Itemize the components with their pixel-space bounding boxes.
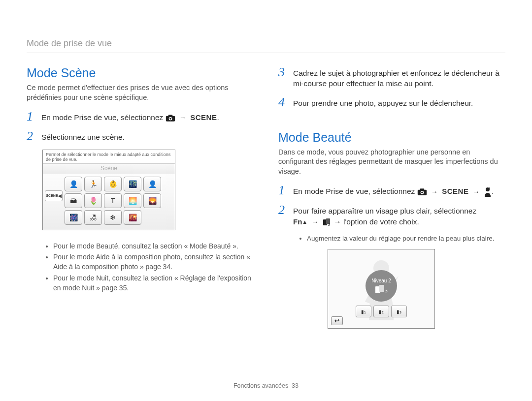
period: .	[217, 113, 219, 122]
scene-mode-title: Mode Scène	[27, 66, 254, 80]
svg-point-3	[169, 118, 171, 120]
camera-icon	[417, 188, 427, 196]
note-item: Augmentez la valeur du réglage pour rend…	[307, 234, 505, 244]
svg-rect-1	[168, 115, 172, 117]
breadcrumb: Mode de prise de vue	[27, 38, 505, 49]
step-number: 3	[278, 66, 288, 79]
scene-selector-screenshot: Permet de sélectionner le mode le mieux …	[42, 150, 175, 230]
svg-rect-5	[420, 189, 424, 191]
svg-point-7	[421, 192, 423, 194]
arrow-icon: →	[431, 188, 438, 196]
scene-tab-button[interactable]: SCENE◀	[45, 190, 63, 201]
svg-text:2: 2	[328, 223, 330, 226]
scene-step-3: 3 Cadrez le sujet à photographier et enf…	[278, 66, 505, 89]
section-divider	[27, 53, 505, 53]
scene-option[interactable]: T	[104, 193, 122, 208]
scene-mode-intro: Ce mode permet d'effectuer des prises de…	[27, 83, 254, 102]
scene-option[interactable]: 👤	[65, 177, 82, 191]
step-number: 2	[278, 204, 288, 216]
scene-icon-grid: 👤 🏃 👶 🌃 👤 🏔 🌷 T 🌅 🌄 🎆 🏖 ❄ 🌇	[65, 177, 171, 225]
step-text: Sélectionnez une scène.	[41, 130, 125, 142]
step-number: 1	[278, 184, 288, 197]
step-number: 4	[278, 96, 288, 109]
scene-option[interactable]: 🏖	[84, 210, 102, 225]
step-text: Pour prendre une photo, appuyez sur le d…	[293, 96, 473, 108]
step-text: Cadrez le sujet à photographier et enfon…	[293, 66, 505, 89]
scene-option[interactable]: 🌷	[84, 193, 102, 208]
level-label: Niveau 2	[371, 278, 391, 283]
level-option-2[interactable]: ▮₂	[373, 306, 389, 317]
scene-option[interactable]: 🏔	[65, 193, 82, 208]
left-column: Mode Scène Ce mode permet d'effectuer de…	[27, 66, 254, 329]
scene-notes-list: Pour le mode Beauté, consultez la sectio…	[46, 241, 254, 293]
page-footer: Fonctions avancées 33	[0, 382, 532, 389]
scene-hint-text: Permet de sélectionner le mode le mieux …	[43, 150, 175, 164]
scene-header-label: Scène	[43, 164, 175, 174]
svg-text:2: 2	[385, 289, 388, 294]
step-text: Pour faire apparaître un visage plus cla…	[293, 207, 476, 215]
beauty-sub-notes: Augmentez la valeur du réglage pour rend…	[300, 234, 505, 244]
step-number: 1	[27, 110, 36, 123]
scene-option[interactable]: 👤	[143, 177, 161, 191]
step-text-tail: → l'option de votre choix.	[333, 217, 419, 226]
scene-option[interactable]: 👶	[104, 177, 122, 191]
level-option-1[interactable]: ▮₁	[356, 306, 371, 317]
person-retouch-icon	[484, 187, 492, 197]
beauty-level-screenshot: Niveau 2 2 ▮₁ ▮₂ ▮₃ ↩	[328, 249, 435, 329]
scene-option[interactable]: 🎆	[65, 210, 82, 225]
level-option-3[interactable]: ▮₃	[391, 306, 407, 317]
arrow-icon: →	[312, 218, 319, 226]
scene-step-1: 1 En mode Prise de vue, sélectionnez → S…	[27, 110, 254, 123]
scene-option[interactable]: ❄	[104, 210, 122, 225]
scene-option[interactable]: 🌄	[143, 193, 161, 208]
scene-step-4: 4 Pour prendre une photo, appuyez sur le…	[278, 96, 505, 109]
step-text: En mode Prise de vue, sélectionnez	[41, 113, 163, 122]
footer-section: Fonctions avancées	[233, 382, 288, 389]
back-button[interactable]: ↩	[331, 316, 343, 325]
face-tool-icon: 2	[323, 218, 332, 227]
camera-icon	[166, 114, 175, 122]
scene-label-icon: SCENE	[442, 187, 468, 195]
scene-tab-label: SCENE	[46, 194, 58, 197]
fn-label-icon: Fn	[293, 217, 302, 226]
footer-page-number: 33	[292, 382, 299, 389]
beauty-mode-title: Mode Beauté	[278, 130, 505, 145]
level-indicator: Niveau 2 2	[366, 270, 397, 302]
up-triangle-icon: ▲	[302, 219, 307, 225]
arrow-icon: →	[473, 188, 480, 196]
step-number: 2	[27, 130, 36, 143]
level-icon: 2	[374, 284, 388, 294]
right-column: 3 Cadrez le sujet à photographier et enf…	[278, 66, 505, 329]
beauty-step-1: 1 En mode Prise de vue, sélectionnez → S…	[278, 184, 505, 197]
scene-option[interactable]: 🌅	[124, 193, 141, 208]
scene-step-2: 2 Sélectionnez une scène.	[27, 130, 254, 143]
scene-option[interactable]: 🏃	[84, 177, 102, 191]
beauty-mode-intro: Dans ce mode, vous pouvez photographier …	[278, 148, 505, 177]
beauty-step-2: 2 Pour faire apparaître un visage plus c…	[278, 204, 505, 227]
period: .	[492, 187, 494, 195]
step-text: En mode Prise de vue, sélectionnez	[293, 187, 415, 195]
scene-label-icon: SCENE	[190, 113, 217, 122]
scene-option[interactable]: 🌃	[124, 177, 141, 191]
level-options-row: ▮₁ ▮₂ ▮₃	[356, 306, 407, 317]
note-item: Pour le mode Aide à la composition photo…	[53, 252, 254, 272]
note-item: Pour le mode Beauté, consultez la sectio…	[53, 241, 254, 251]
arrow-icon: →	[179, 114, 186, 122]
svg-rect-14	[379, 285, 384, 292]
scene-option[interactable]: 🌇	[124, 210, 141, 225]
note-item: Pour le mode Nuit, consultez la section …	[53, 273, 254, 293]
